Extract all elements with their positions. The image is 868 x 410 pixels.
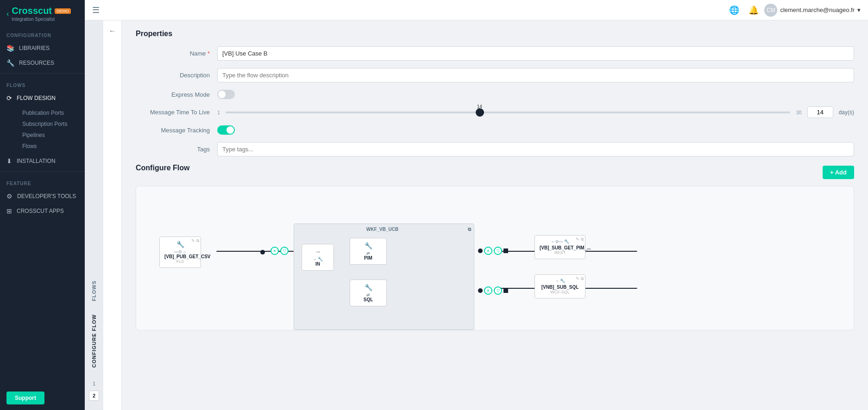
pim-filter-icon[interactable]: ▽ <box>494 247 502 255</box>
sql-filter-icon[interactable]: ▽ <box>494 286 502 295</box>
sub-pim-copy-icon[interactable]: ⧉ <box>581 237 584 242</box>
connector-dot <box>260 250 265 255</box>
sidebar-sub-subscription-ports[interactable]: Subscription Ports <box>18 118 85 130</box>
flow-svg <box>145 196 844 321</box>
cross-icon[interactable]: × <box>270 247 279 255</box>
sidebar-sub-publication-ports[interactable]: Publication Ports <box>18 107 85 118</box>
flow-canvas: ✎ ⧉ 🔧 —⊙→ [VB]_PUB_GET_CSV FLS × <box>145 196 844 321</box>
slider-max: 30 <box>796 110 801 115</box>
group-resize-icon[interactable]: ⧉ <box>468 227 471 232</box>
page-1[interactable]: 1 <box>89 379 99 389</box>
sidebar-item-installation[interactable]: ⬇ INSTALLATION <box>0 154 85 168</box>
page-2[interactable]: 2 <box>89 391 99 401</box>
book-icon: 📚 <box>6 44 14 52</box>
user-chevron-icon: ▾ <box>857 6 861 13</box>
flow-design-submenu: Publication Ports Subscription Ports Pip… <box>0 106 85 154</box>
pub-node[interactable]: ✎ ⧉ 🔧 —⊙→ [VB]_PUB_GET_CSV FLS <box>159 236 201 268</box>
tags-row: Tags <box>136 142 854 156</box>
sub-pim-node[interactable]: ✎ ⧉ ←⊙— 🔧 [VB]_SUB_GET_PIM_... REST <box>535 235 585 259</box>
in-node-icon: → <box>307 248 329 255</box>
dot-connector-1 <box>260 249 265 256</box>
express-mode-row: Express Mode <box>136 90 854 99</box>
sidebar-item-developers-tools[interactable]: ⚙ DEVELOPER'S TOOLS <box>0 189 85 204</box>
express-mode-toggle[interactable] <box>217 90 235 99</box>
express-mode-label: Express Mode <box>136 91 210 98</box>
sub-pim-sub: REST <box>540 250 580 255</box>
pim-node-label: PIM <box>355 255 382 261</box>
sidebar: ‹ Crosscut DEMO Integration Specialist C… <box>0 0 85 410</box>
message-tracking-toggle[interactable] <box>217 125 235 135</box>
dev-icon: ⚙ <box>6 193 13 200</box>
app-name: Crosscut <box>12 6 52 16</box>
flow-design-label: FLOW DESIGN <box>17 95 56 101</box>
globe-icon[interactable]: 🌐 <box>729 5 739 15</box>
config-section-label: CONFIGURATION <box>0 26 85 41</box>
sidebar-item-flow-design[interactable]: ⟳ FLOW DESIGN <box>0 91 85 106</box>
sidebar-item-libraries[interactable]: 📚 LIBRAIRIES <box>0 41 85 56</box>
sidebar-sub-flows[interactable]: Flows <box>18 141 85 152</box>
app-subtitle: Integration Specialist <box>12 17 71 22</box>
pim-node-icon: 🔧 <box>355 242 382 249</box>
name-label: Name * <box>136 50 210 57</box>
pub-node-controls: ✎ ⧉ <box>191 238 199 243</box>
slider-track[interactable]: 14 <box>226 112 790 113</box>
crosscut-apps-label: CROSSCUT APPS <box>17 208 64 214</box>
page-tabs: 1 2 <box>89 379 99 401</box>
user-menu[interactable]: CM clement.marche@nuageo.fr ▾ <box>764 4 861 17</box>
sql-connectors: × ▽ <box>478 286 508 295</box>
sub-pim-edit-icon[interactable]: ✎ <box>576 237 579 242</box>
back-button[interactable]: ← <box>109 27 116 35</box>
support-area: Support <box>0 386 85 410</box>
message-tracking-row: Message Tracking <box>136 125 854 135</box>
slider-min: 1 <box>217 110 220 115</box>
pim-cross-icon[interactable]: × <box>484 247 492 255</box>
sub-sql-copy-icon[interactable]: ⧉ <box>581 276 584 281</box>
in-node[interactable]: → → 🔧 IN <box>302 244 334 271</box>
slider-unit: day(s) <box>839 109 854 116</box>
sql-node[interactable]: 🔧 ⇌ SQL <box>350 280 387 306</box>
name-row: Name * <box>136 46 854 61</box>
group-title-text: WKF_VB_UCB <box>366 227 398 232</box>
pim-connectors: × ▽ <box>478 247 508 255</box>
pim-node[interactable]: 🔧 ⇌ PIM <box>350 238 387 265</box>
description-input[interactable] <box>217 68 854 82</box>
feature-section-label: FEATURE <box>0 174 85 189</box>
flow-diagram: ✎ ⧉ 🔧 —⊙→ [VB]_PUB_GET_CSV FLS × <box>136 186 854 330</box>
page-content: Properties Name * Description Express Mo… <box>122 20 868 410</box>
sql-dot <box>478 288 483 293</box>
sub-sql-label: [VNB]_SUB_SQL <box>540 285 580 290</box>
slider-tooltip: 14 <box>477 104 482 109</box>
bell-icon[interactable]: 🔔 <box>748 5 759 15</box>
install-icon: ⬇ <box>6 157 12 165</box>
tags-input[interactable] <box>217 142 854 156</box>
filter-icon-top[interactable]: ▽ <box>280 247 289 255</box>
back-column: ← <box>103 20 122 410</box>
group-title: WKF_VB_UCB ⧉ <box>297 227 471 232</box>
sidebar-logo: ‹ Crosscut DEMO Integration Specialist <box>0 0 85 26</box>
sub-pim-controls: ✎ ⧉ <box>576 237 584 242</box>
vtab-configure-flow[interactable]: CONFIGURE FLOW <box>87 308 101 374</box>
sub-sql-edit-icon[interactable]: ✎ <box>576 276 579 281</box>
support-button[interactable]: Support <box>6 391 44 404</box>
demo-badge: DEMO <box>55 8 71 14</box>
add-button[interactable]: + Add <box>823 166 854 179</box>
sidebar-item-crosscut-apps[interactable]: ⊞ CROSSCUT APPS <box>0 204 85 218</box>
sidebar-item-resources[interactable]: 🔧 RESOURCES <box>0 56 85 70</box>
vtab-flows[interactable]: FLOWS <box>87 274 101 308</box>
in-node-label: IN <box>307 261 329 267</box>
menu-icon[interactable]: ☰ <box>92 5 100 15</box>
sidebar-sub-pipelines[interactable]: Pipelines <box>18 130 85 141</box>
description-row: Description <box>136 68 854 82</box>
pub-node-sub: FLS <box>164 259 196 264</box>
flows-section-label: FLOWS <box>0 76 85 91</box>
copy-icon[interactable]: ⧉ <box>196 238 199 243</box>
name-input[interactable] <box>217 46 854 61</box>
sidebar-collapse-icon[interactable]: ‹ <box>6 10 9 18</box>
edit-icon[interactable]: ✎ <box>191 238 195 243</box>
sql-cross-icon[interactable]: × <box>484 286 492 295</box>
slider-thumb[interactable] <box>476 108 484 117</box>
message-ttl-label: Message Time To Live <box>136 109 210 116</box>
user-email: clement.marche@nuageo.fr <box>780 6 855 13</box>
sub-sql-node[interactable]: ✎ ⧉ → 🔧 [VNB]_SUB_SQL WCF-SQL <box>535 274 585 298</box>
slider-value-box[interactable]: 14 <box>807 106 833 118</box>
